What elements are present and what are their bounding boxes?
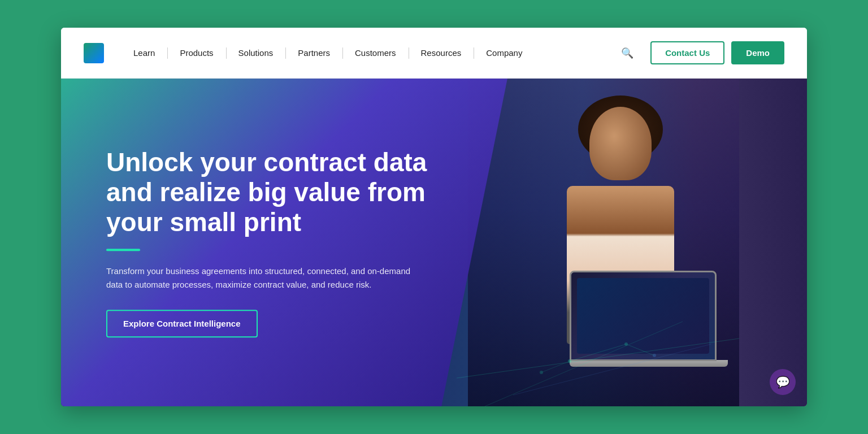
chat-icon: 💬 [776, 375, 790, 389]
nav-item-company[interactable]: Company [474, 42, 535, 63]
nav-item-customers[interactable]: Customers [342, 42, 409, 63]
nav-left: Learn Products Solutions Partners Custom… [84, 42, 535, 63]
nav-link-products[interactable]: Products [167, 42, 225, 63]
svg-line-0 [457, 338, 739, 378]
search-icon: 🔍 [621, 47, 633, 59]
nav-link-learn[interactable]: Learn [121, 42, 167, 63]
hero-content: Unlock your contract data and realize bi… [106, 147, 457, 337]
chat-bubble-button[interactable]: 💬 [770, 369, 796, 395]
navbar: Learn Products Solutions Partners Custom… [61, 28, 807, 79]
svg-line-1 [485, 322, 683, 406]
person-head [589, 107, 652, 180]
nav-item-solutions[interactable]: Solutions [226, 42, 286, 63]
nav-links: Learn Products Solutions Partners Custom… [121, 42, 535, 63]
network-lines-decoration [457, 293, 739, 406]
contact-us-button[interactable]: Contact Us [650, 41, 724, 64]
nav-item-resources[interactable]: Resources [409, 42, 474, 63]
nav-right: 🔍 Contact Us Demo [617, 41, 784, 64]
explore-cta-button[interactable]: Explore Contract Intelligence [106, 310, 258, 337]
hero-divider [106, 249, 140, 251]
nav-item-learn[interactable]: Learn [121, 42, 167, 63]
nav-logo[interactable] [84, 43, 104, 63]
nav-item-products[interactable]: Products [167, 42, 225, 63]
nav-link-customers[interactable]: Customers [342, 42, 409, 63]
svg-line-9 [541, 361, 570, 372]
hero-woman-image [457, 79, 739, 406]
search-button[interactable]: 🔍 [617, 42, 638, 64]
logo-icon [84, 43, 104, 63]
nav-link-resources[interactable]: Resources [409, 42, 474, 63]
hero-description: Transform your business agreements into … [106, 264, 411, 292]
nav-link-company[interactable]: Company [474, 42, 535, 63]
demo-button[interactable]: Demo [731, 41, 784, 64]
nav-link-partners[interactable]: Partners [285, 42, 342, 63]
hero-section: Unlock your contract data and realize bi… [61, 79, 807, 406]
hero-title: Unlock your contract data and realize bi… [106, 147, 457, 237]
nav-link-solutions[interactable]: Solutions [226, 42, 286, 63]
browser-window: Learn Products Solutions Partners Custom… [61, 28, 807, 406]
nav-item-partners[interactable]: Partners [285, 42, 342, 63]
